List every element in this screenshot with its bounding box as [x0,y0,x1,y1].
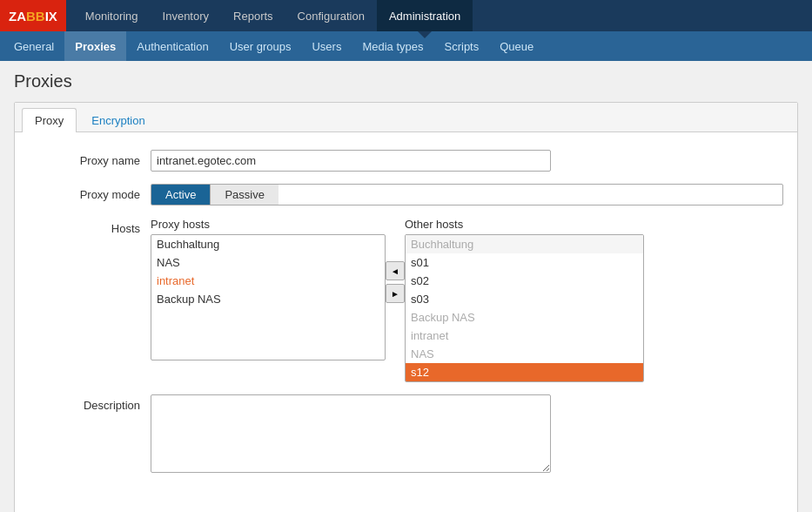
list-item[interactable]: Buchhaltung [151,235,385,253]
subnav-scripts[interactable]: Scripts [434,31,490,61]
list-item[interactable]: intranet [151,272,385,290]
page-content: Proxies Proxy Encryption Proxy name Prox… [0,61,812,512]
subnav-proxies[interactable]: Proxies [64,31,126,61]
logo: ZABBIX [0,0,66,31]
list-item[interactable]: NAS [406,345,643,363]
page-title: Proxies [14,71,798,91]
hosts-row: Hosts Proxy hosts Buchhaltung NAS intran… [29,218,783,382]
subnav-users[interactable]: Users [301,31,352,61]
proxy-hosts-label: Proxy hosts [151,218,386,231]
description-row: Description [29,394,783,475]
transfer-arrows: ◄ ► [386,218,405,303]
tab-proxy[interactable]: Proxy [22,108,77,132]
list-item[interactable]: NAS [151,253,385,272]
nav-configuration[interactable]: Configuration [285,0,377,31]
subnav-authentication[interactable]: Authentication [126,31,218,61]
other-hosts-list[interactable]: Buchhaltung s01 s02 s03 Backup NAS intra… [405,234,644,382]
proxy-name-input[interactable] [151,150,551,172]
top-nav-items: Monitoring Inventory Reports Configurati… [73,0,473,31]
hosts-label: Hosts [29,218,151,235]
subnav-general[interactable]: General [3,31,64,61]
move-right-button[interactable]: ► [386,284,405,303]
subnav-queue[interactable]: Queue [489,31,544,61]
tabs: Proxy Encryption [15,103,797,132]
proxy-mode-toggle: Active Passive [151,184,783,205]
other-hosts-section: Other hosts Buchhaltung s01 s02 s03 Back… [405,218,644,382]
description-label: Description [29,394,151,412]
nav-inventory[interactable]: Inventory [151,0,221,31]
list-item[interactable]: Backup NAS [406,308,643,327]
top-navigation: ZABBIX Monitoring Inventory Reports Conf… [0,0,812,31]
list-item[interactable]: intranet [406,327,643,345]
proxy-mode-control: Active Passive [151,184,783,205]
proxy-mode-label: Proxy mode [29,184,151,201]
tab-panel: Proxy Encryption Proxy name Proxy mode A… [14,102,798,512]
form-area: Proxy name Proxy mode Active Passive Hos… [15,132,797,502]
list-item[interactable]: s12 [406,363,643,381]
nav-reports[interactable]: Reports [221,0,285,31]
nav-administration[interactable]: Administration [377,0,473,31]
hosts-combined: Proxy hosts Buchhaltung NAS intranet Bac… [151,218,783,382]
description-input[interactable] [151,394,551,473]
action-buttons: Update Clone Delete Cancel [15,502,797,512]
move-left-button[interactable]: ◄ [386,261,405,280]
proxy-mode-passive-btn[interactable]: Passive [210,185,278,205]
other-hosts-label: Other hosts [405,218,644,231]
list-item[interactable]: Backup NAS [151,290,385,308]
tab-encryption[interactable]: Encryption [78,108,158,132]
hosts-control: Proxy hosts Buchhaltung NAS intranet Bac… [151,218,783,382]
list-item[interactable]: s01 [406,253,643,272]
list-item[interactable]: Buchhaltung [406,235,643,253]
proxy-hosts-list[interactable]: Buchhaltung NAS intranet Backup NAS [151,234,386,360]
proxy-mode-active-btn[interactable]: Active [151,185,210,205]
description-control [151,394,783,475]
sub-navigation: General Proxies Authentication User grou… [0,31,812,61]
proxy-name-label: Proxy name [29,150,151,167]
proxy-hosts-section: Proxy hosts Buchhaltung NAS intranet Bac… [151,218,386,360]
nav-monitoring[interactable]: Monitoring [73,0,151,31]
list-item[interactable]: s02 [406,272,643,290]
list-item[interactable]: s03 [406,290,643,308]
proxy-name-row: Proxy name [29,150,783,172]
proxy-name-control [151,150,783,172]
subnav-user-groups[interactable]: User groups [219,31,302,61]
proxy-mode-row: Proxy mode Active Passive [29,184,783,205]
